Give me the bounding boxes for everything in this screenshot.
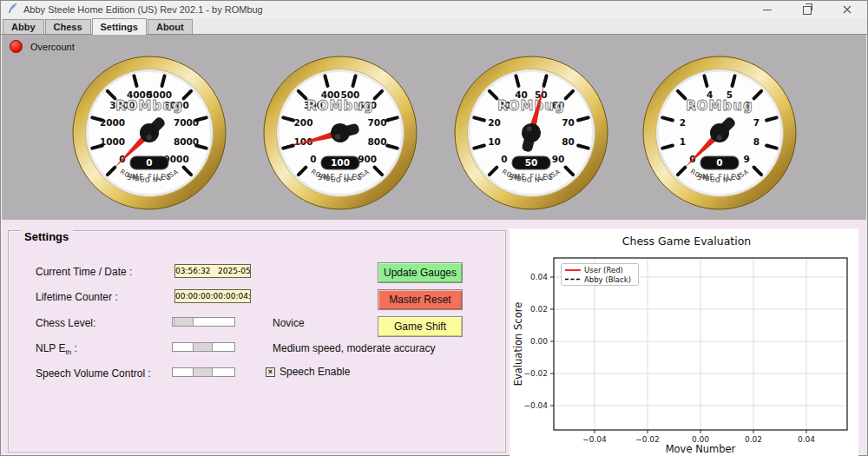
svg-text:20: 20 <box>488 117 501 128</box>
svg-text:−0.04: −0.04 <box>582 435 607 444</box>
nlp-eth-slider[interactable] <box>172 342 235 352</box>
overcount-indicator: Overcount <box>10 40 75 53</box>
svg-text:7000: 7000 <box>174 117 199 128</box>
svg-text:900: 900 <box>358 154 377 164</box>
nlp-eth-value: Medium speed, moderate accuracy <box>273 342 435 354</box>
chess-evaluation-chart: Chess Game Evaluation−0.04−0.020.000.020… <box>510 228 858 456</box>
checkbox-check-icon: × <box>266 367 275 377</box>
chess-level-label: Chess Level: <box>36 317 95 329</box>
speech-enable-label: Speech Enable <box>279 366 350 378</box>
current-time-field[interactable] <box>174 264 251 278</box>
close-icon <box>843 5 852 14</box>
svg-text:0: 0 <box>501 154 507 164</box>
svg-text:Abby (Black): Abby (Black) <box>584 275 631 284</box>
svg-text:−0.04: −0.04 <box>523 401 548 410</box>
restore-icon <box>803 6 812 15</box>
svg-text:10: 10 <box>488 136 501 147</box>
svg-text:ROMbug: ROMbug <box>497 98 564 114</box>
tab-abby[interactable]: Abby <box>3 19 44 34</box>
nlp-eth-label: NLP Eth : <box>36 342 77 356</box>
gauge-sme-files-4: 0123456789ROMbug0SME FILESROMBUG NV USA <box>641 55 798 211</box>
lifetime-counter-label: Lifetime Counter : <box>36 291 118 303</box>
game-shift-button[interactable]: Game Shift <box>378 316 463 337</box>
svg-text:0: 0 <box>310 154 316 164</box>
svg-text:8000: 8000 <box>174 136 199 147</box>
gauge-sme-files-2: 0100200300400500600700800900ROMbug100SME… <box>262 55 418 211</box>
svg-text:700: 700 <box>368 117 387 128</box>
svg-text:90: 90 <box>552 154 565 164</box>
svg-text:0: 0 <box>716 157 722 168</box>
svg-text:0.00: 0.00 <box>530 337 548 346</box>
svg-text:0.04: 0.04 <box>530 273 548 281</box>
overcount-led-icon <box>10 40 23 53</box>
nlp-eth-slider-thumb[interactable] <box>193 342 213 352</box>
svg-text:−0.02: −0.02 <box>635 435 660 444</box>
svg-text:200: 200 <box>294 117 313 128</box>
svg-text:−0.02: −0.02 <box>523 369 548 378</box>
overcount-label: Overcount <box>30 42 75 52</box>
chess-level-slider[interactable] <box>172 317 235 327</box>
window-title: Abby Steele Home Edition (US) Rev 202.1 … <box>23 4 263 15</box>
svg-text:1000: 1000 <box>100 136 125 147</box>
current-time-label: Current Time / Date : <box>36 266 132 278</box>
tab-about[interactable]: About <box>148 19 193 34</box>
update-gauges-button[interactable]: Update Gauges <box>378 262 463 283</box>
maximize-button[interactable] <box>787 1 827 18</box>
chess-level-slider-thumb[interactable] <box>174 317 194 327</box>
svg-text:1: 1 <box>680 136 686 147</box>
settings-frame-label: Settings <box>20 230 73 243</box>
svg-text:2: 2 <box>680 117 686 128</box>
svg-text:Move Number: Move Number <box>666 443 736 455</box>
speech-enable-checkbox[interactable]: × Speech Enable <box>266 366 350 378</box>
gauge-sme-files-3: 0102030405060708090ROMbug50SME FILESROMB… <box>453 55 609 211</box>
speech-volume-slider-thumb[interactable] <box>193 367 213 377</box>
svg-text:0.02: 0.02 <box>745 435 762 444</box>
svg-text:50: 50 <box>525 157 538 168</box>
svg-text:80: 80 <box>562 136 575 147</box>
svg-text:0.02: 0.02 <box>530 305 548 314</box>
svg-text:ROMbug: ROMbug <box>306 98 373 114</box>
speech-volume-slider[interactable] <box>172 367 235 377</box>
app-window: Abby Steele Home Edition (US) Rev 202.1 … <box>0 0 868 456</box>
chess-level-value: Novice <box>273 317 305 329</box>
svg-text:2000: 2000 <box>100 117 125 128</box>
gauge-sme-files-1: 0100020003000400050006000700080009000ROM… <box>71 55 227 211</box>
minimize-icon <box>763 10 772 10</box>
title-bar: Abby Steele Home Edition (US) Rev 202.1 … <box>1 1 867 18</box>
svg-text:ROMbug: ROMbug <box>115 98 182 114</box>
lifetime-counter-field[interactable] <box>174 289 251 303</box>
svg-text:9: 9 <box>743 154 749 164</box>
master-reset-button[interactable]: Master Reset <box>378 289 463 310</box>
tab-chess[interactable]: Chess <box>45 19 91 34</box>
svg-text:Evaluation Score: Evaluation Score <box>512 302 524 387</box>
window-controls <box>747 1 867 18</box>
tab-bar: Abby Chess Settings About <box>1 18 867 35</box>
svg-text:0: 0 <box>146 157 152 168</box>
svg-text:Chess Game Evaluation: Chess Game Evaluation <box>622 235 751 248</box>
svg-text:800: 800 <box>368 136 387 147</box>
tab-settings[interactable]: Settings <box>92 18 147 35</box>
svg-text:8: 8 <box>753 136 760 147</box>
svg-text:100: 100 <box>331 157 350 168</box>
close-button[interactable] <box>827 1 867 18</box>
svg-text:7: 7 <box>753 117 760 128</box>
gauge-panel: Overcount 010002000300040005000600070008… <box>2 35 866 220</box>
svg-text:ROMbug: ROMbug <box>686 98 753 114</box>
svg-text:70: 70 <box>562 117 575 128</box>
minimize-button[interactable] <box>747 1 787 18</box>
svg-text:User (Red): User (Red) <box>584 266 623 274</box>
svg-text:0.04: 0.04 <box>798 435 815 444</box>
app-feather-icon <box>7 2 18 17</box>
speech-volume-label: Speech Volume Control : <box>36 367 151 380</box>
